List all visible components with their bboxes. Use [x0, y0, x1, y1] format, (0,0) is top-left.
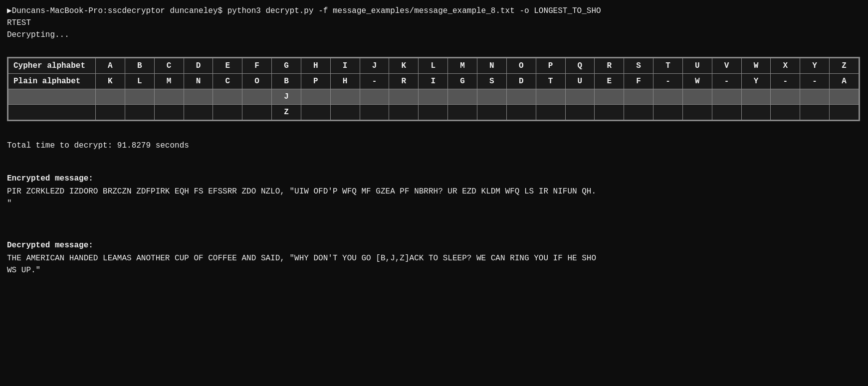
- header-col-P: P: [536, 58, 565, 74]
- plain-row2-col-11: [419, 89, 448, 105]
- plain-row1-col-22: Y: [741, 74, 771, 89]
- header-col-Y: Y: [800, 58, 830, 74]
- header-col-T: T: [653, 58, 683, 74]
- plain-row1-col-6: B: [272, 74, 301, 89]
- decrypted-text: THE AMERICAN HANDED LEAMAS ANOTHER CUP O…: [7, 252, 861, 264]
- plain-row3-col-6: Z: [272, 105, 301, 120]
- header-col-S: S: [624, 58, 653, 74]
- plain-row1-col-8: H: [330, 74, 360, 89]
- plain-row3-col-19: [653, 105, 683, 120]
- decrypted-text2: WS UP.": [7, 264, 861, 276]
- plain-row1-col-18: F: [624, 74, 653, 89]
- plain-row3-col-22: [741, 105, 771, 120]
- plain-row1-col-20: W: [682, 74, 712, 89]
- plain-row2-col-24: [800, 89, 830, 105]
- cipher-table-wrapper: Cypher alphabet ABCDEFGHIJKLMNOPQRSTUVWX…: [7, 57, 860, 121]
- plain-row2-col-10: [389, 89, 419, 105]
- plain-row3-col-12: [448, 105, 477, 120]
- plain-row1-col-24: -: [800, 74, 830, 89]
- plain-row2-col-21: [712, 89, 741, 105]
- plain-row1-col-13: S: [477, 74, 506, 89]
- plain-row1-col-10: R: [389, 74, 419, 89]
- timing-line: Total time to decrypt: 91.8279 seconds: [7, 140, 861, 152]
- plain-row1-col-16: U: [565, 74, 595, 89]
- header-col-A: A: [96, 58, 125, 74]
- header-col-B: B: [125, 58, 154, 74]
- plain-row2-col-12: [448, 89, 477, 105]
- plain-row2-col-15: [536, 89, 565, 105]
- plain-row2-col-17: [595, 89, 624, 105]
- header-col-C: C: [154, 58, 184, 74]
- header-col-K: K: [389, 58, 419, 74]
- plain-row2-col-13: [477, 89, 506, 105]
- plain-row1-col-23: -: [771, 74, 800, 89]
- header-col-L: L: [419, 58, 448, 74]
- header-col-M: M: [448, 58, 477, 74]
- header-col-G: G: [272, 58, 301, 74]
- plain-row2-col-6: J: [272, 89, 301, 105]
- plain-row2-col-1: [125, 89, 154, 105]
- plain-row1-col-21: -: [712, 74, 741, 89]
- cipher-table: Cypher alphabet ABCDEFGHIJKLMNOPQRSTUVWX…: [8, 58, 859, 120]
- plain-row2-col-5: [242, 89, 272, 105]
- plain-row-3: Z: [8, 105, 859, 120]
- plain-row2-col-9: [360, 89, 389, 105]
- encrypted-label: Encrypted message:: [7, 173, 861, 185]
- plain-row3-col-3: [184, 105, 213, 120]
- plain-row3-label: [8, 105, 96, 120]
- command-line-1: ▶Duncans-MacBook-Pro:sscdecryptor duncan…: [7, 5, 861, 17]
- command-line-3: Decrypting...: [7, 29, 861, 41]
- plain-row3-col-20: [682, 105, 712, 120]
- plain-row1-col-11: I: [419, 74, 448, 89]
- plain-row3-col-21: [712, 105, 741, 120]
- plain-row3-col-15: [536, 105, 565, 120]
- header-row: Cypher alphabet ABCDEFGHIJKLMNOPQRSTUVWX…: [8, 58, 859, 74]
- plain-row1-col-14: D: [506, 74, 536, 89]
- plain-row1-col-7: P: [301, 74, 330, 89]
- plain-row2-label: [8, 89, 96, 105]
- header-col-W: W: [741, 58, 771, 74]
- plain-row2-col-25: [830, 89, 859, 105]
- plain-row2-col-8: [330, 89, 360, 105]
- plain-row2-col-14: [506, 89, 536, 105]
- plain-row1-col-1: L: [125, 74, 154, 89]
- header-col-Q: Q: [565, 58, 595, 74]
- plain-row3-col-1: [125, 105, 154, 120]
- header-col-I: I: [330, 58, 360, 74]
- plain-row2-col-23: [771, 89, 800, 105]
- command-line-2: RTEST: [7, 17, 861, 29]
- plain-row1-col-2: M: [154, 74, 184, 89]
- plain-row3-col-11: [419, 105, 448, 120]
- header-col-O: O: [506, 58, 536, 74]
- header-col-F: F: [242, 58, 272, 74]
- header-col-U: U: [682, 58, 712, 74]
- plain-row-1: Plain alphabet KLMNCOBPH-RIGSDTUEF-W-Y--…: [8, 74, 859, 89]
- header-col-J: J: [360, 58, 389, 74]
- plain-row2-col-2: [154, 89, 184, 105]
- header-col-N: N: [477, 58, 506, 74]
- plain-row3-col-14: [506, 105, 536, 120]
- plain-row1-col-9: -: [360, 74, 389, 89]
- encrypted-text2: ": [7, 197, 861, 209]
- plain-row1-col-0: K: [96, 74, 125, 89]
- plain-row2-col-16: [565, 89, 595, 105]
- header-col-V: V: [712, 58, 741, 74]
- plain-row1-col-5: O: [242, 74, 272, 89]
- plain-row3-col-4: [213, 105, 242, 120]
- encrypted-text: PIR ZCRKLEZD IZDORO BRZCZN ZDFPIRK EQH F…: [7, 186, 861, 197]
- plain-row1-col-4: C: [213, 74, 242, 89]
- plain-row3-col-16: [565, 105, 595, 120]
- plain-row3-col-0: [96, 105, 125, 120]
- plain-row3-col-10: [389, 105, 419, 120]
- plain-row3-col-24: [800, 105, 830, 120]
- plain-row3-col-7: [301, 105, 330, 120]
- header-col-X: X: [771, 58, 800, 74]
- decrypted-label: Decrypted message:: [7, 239, 861, 251]
- plain-row1-col-3: N: [184, 74, 213, 89]
- header-col-E: E: [213, 58, 242, 74]
- plain-row3-col-9: [360, 105, 389, 120]
- plain-row1-col-25: A: [830, 74, 859, 89]
- plain-row2-col-22: [741, 89, 771, 105]
- header-col-H: H: [301, 58, 330, 74]
- header-label-cell: Cypher alphabet: [8, 58, 96, 74]
